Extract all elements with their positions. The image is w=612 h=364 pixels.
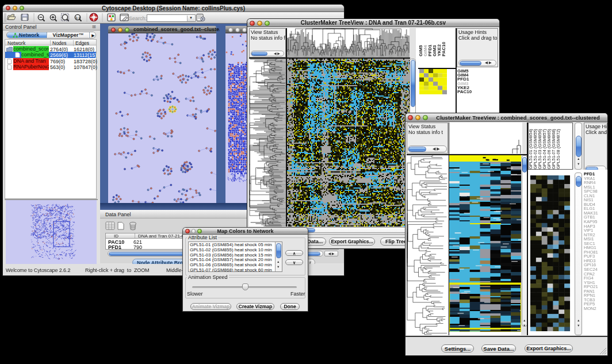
svg-text:1:1: 1:1: [76, 16, 81, 20]
